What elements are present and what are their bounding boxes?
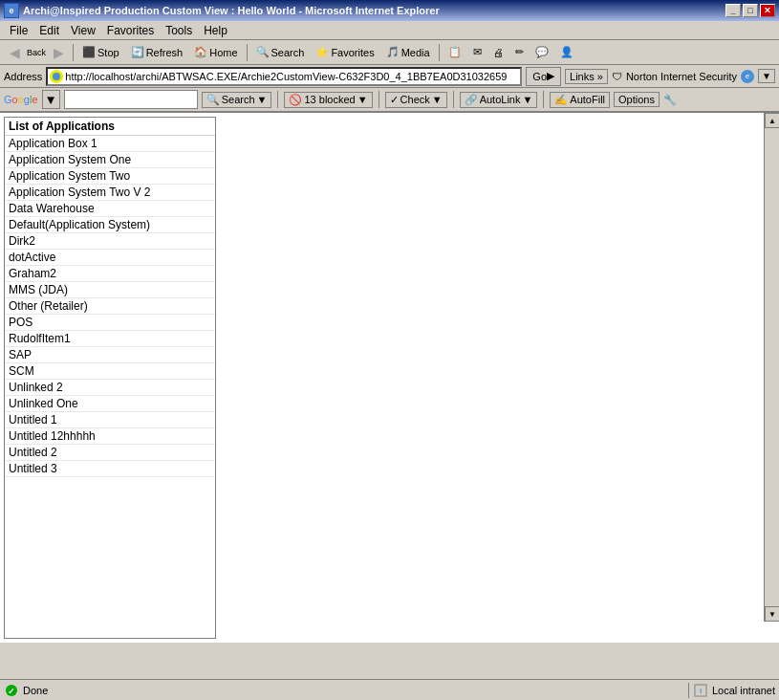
messenger-button[interactable]: 👤: [555, 42, 578, 63]
menu-view[interactable]: View: [65, 22, 101, 39]
menu-tools[interactable]: Tools: [160, 22, 198, 39]
list-item[interactable]: Application System Two: [5, 168, 215, 185]
go-button[interactable]: Go ▶: [526, 67, 561, 86]
menu-bar: File Edit View Favorites Tools Help: [0, 21, 779, 40]
list-item[interactable]: Other (Retailer): [5, 298, 215, 315]
mail-button[interactable]: ✉: [468, 42, 487, 63]
menu-favorites[interactable]: Favorites: [101, 22, 160, 39]
google-extra-icon: 🔧: [663, 94, 677, 106]
list-item[interactable]: Data Warehouse: [5, 201, 215, 217]
status-icon: ✓: [4, 683, 19, 698]
list-item[interactable]: Application System One: [5, 152, 215, 168]
zone-label: Local intranet: [712, 685, 775, 696]
separator-1: [73, 44, 74, 61]
list-header: List of Applications: [5, 118, 215, 136]
print-button[interactable]: 🖨: [488, 42, 509, 63]
list-item[interactable]: Default(Application System): [5, 217, 215, 233]
zone-icon: i: [693, 683, 708, 698]
scroll-up-button[interactable]: ▲: [765, 113, 779, 128]
svg-text:i: i: [700, 687, 702, 695]
list-item[interactable]: Untitled 12hhhhh: [5, 428, 215, 445]
title-bar: e Archi@Inspired Production Custom View …: [0, 0, 779, 21]
separator-google-2: [379, 91, 379, 108]
list-item[interactable]: Untitled 2: [5, 445, 215, 461]
address-bar: Address Go ▶ Links » 🛡 Norton Internet S…: [0, 65, 779, 88]
svg-point-0: [53, 73, 60, 80]
stop-button[interactable]: ⬛ Stop: [77, 42, 124, 63]
list-item[interactable]: SAP: [5, 347, 215, 363]
refresh-button[interactable]: 🔄 Refresh: [126, 42, 188, 63]
address-input-wrapper: [46, 67, 522, 86]
separator-google-3: [453, 91, 454, 108]
media-button[interactable]: 🎵 Media: [381, 42, 435, 63]
separator-google-4: [543, 91, 544, 108]
content-area: ▲ ▼ List of Applications Application Box…: [0, 113, 779, 643]
list-item[interactable]: SCM: [5, 363, 215, 380]
list-item[interactable]: Unlinked 2: [5, 380, 215, 396]
back-label: Back: [27, 48, 46, 57]
maximize-button[interactable]: □: [743, 4, 758, 17]
separator-2: [247, 44, 248, 61]
scroll-track: [765, 128, 779, 606]
address-label: Address: [4, 71, 42, 82]
scroll-down-button[interactable]: ▼: [765, 606, 779, 622]
links-button[interactable]: Links »: [565, 69, 608, 84]
search-button[interactable]: 🔍 Search: [251, 42, 310, 63]
blocked-button[interactable]: 🚫 13 blocked ▼: [284, 92, 372, 108]
back-button[interactable]: ◀: [4, 42, 25, 63]
autofill-button[interactable]: ✍ AutoFill: [550, 92, 610, 108]
list-item[interactable]: Graham2: [5, 266, 215, 282]
menu-help[interactable]: Help: [198, 22, 233, 39]
list-item[interactable]: MMS (JDA): [5, 282, 215, 298]
google-search-button[interactable]: 🔍 Search ▼: [202, 92, 272, 108]
list-item[interactable]: RudolfItem1: [5, 331, 215, 347]
list-item[interactable]: POS: [5, 315, 215, 331]
google-toolbar: Google ▼ 🔍 Search ▼ 🚫 13 blocked ▼ ✓ Che…: [0, 88, 779, 113]
google-logo: Google: [4, 94, 38, 105]
forward-button[interactable]: ▶: [48, 42, 69, 63]
minimize-button[interactable]: _: [725, 4, 741, 17]
norton-area: 🛡 Norton Internet Security e ▼: [612, 69, 775, 83]
autolink-button[interactable]: 🔗 AutoLink ▼: [460, 92, 538, 108]
window-controls: _ □ ✕: [725, 4, 775, 17]
app-icon: e: [4, 3, 19, 18]
menu-file[interactable]: File: [4, 22, 33, 39]
toolbar: ◀ Back ▶ ⬛ Stop 🔄 Refresh 🏠 Home 🔍 Searc…: [0, 40, 779, 65]
applications-list-panel: List of Applications Application Box 1 A…: [4, 117, 216, 639]
status-left: ✓ Done: [4, 683, 688, 698]
history-button[interactable]: 📋: [444, 42, 466, 63]
right-scrollbar[interactable]: ▲ ▼: [764, 113, 779, 622]
edit-button[interactable]: ✏: [510, 42, 529, 63]
menu-edit[interactable]: Edit: [33, 22, 65, 39]
page-icon: [50, 70, 63, 83]
list-item[interactable]: Application Box 1: [5, 136, 215, 152]
list-item[interactable]: Unlinked One: [5, 396, 215, 412]
list-item[interactable]: Untitled 1: [5, 412, 215, 428]
status-bar: ✓ Done i Local intranet: [0, 679, 779, 700]
discuss-button[interactable]: 💬: [530, 42, 553, 63]
favorites-button[interactable]: ⭐ Favorites: [311, 42, 379, 63]
list-item[interactable]: dotActive: [5, 250, 215, 266]
svg-text:✓: ✓: [8, 687, 15, 696]
close-button[interactable]: ✕: [760, 4, 775, 17]
home-button[interactable]: 🏠 Home: [189, 42, 242, 63]
options-button[interactable]: Options: [614, 92, 660, 107]
norton-icon: 🛡: [612, 71, 622, 82]
status-text: Done: [23, 685, 48, 696]
google-dropdown-button[interactable]: ▼: [42, 90, 60, 109]
norton-menu-button[interactable]: ▼: [758, 69, 775, 83]
address-input[interactable]: [65, 71, 518, 82]
google-search-input[interactable]: [64, 90, 198, 109]
window-title: Archi@Inspired Production Custom View : …: [23, 5, 440, 16]
status-right: i Local intranet: [688, 683, 775, 698]
list-item[interactable]: Application System Two V 2: [5, 185, 215, 201]
separator-google-1: [277, 91, 278, 108]
separator-3: [439, 44, 440, 61]
list-item[interactable]: Untitled 3: [5, 461, 215, 477]
list-item[interactable]: Dirk2: [5, 233, 215, 250]
check-button[interactable]: ✓ Check ▼: [385, 92, 447, 108]
norton-label: Norton Internet Security: [626, 71, 737, 82]
ie-logo: e: [741, 70, 754, 83]
status-divider: [688, 683, 689, 698]
